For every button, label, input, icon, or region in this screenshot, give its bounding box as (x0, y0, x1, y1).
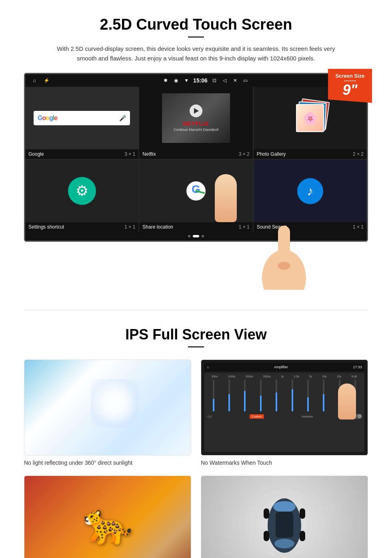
sunlight-rays (91, 379, 139, 427)
app-grid: Google 🎤 Google 3 × 1 (25, 87, 367, 232)
photos-app-name: Photo Gallery (257, 151, 286, 157)
bluetooth-icon: ✱ (162, 77, 169, 84)
netflix-logo: NETFLIX (183, 120, 209, 127)
google-label-bar: Google 3 × 1 (25, 149, 138, 159)
home-icon[interactable]: ⌂ (31, 77, 38, 84)
svg-rect-14 (264, 531, 269, 541)
svg-rect-15 (300, 531, 305, 541)
settings-gear-icon: ⚙ (68, 177, 96, 205)
amplifier-label: No Watermarks When Touch (201, 460, 368, 466)
netflix-cell-inner: NETFLIX Continue Marvel's Daredevil (139, 87, 252, 149)
cheetah-image: 🐆 (24, 476, 191, 558)
svg-rect-6 (268, 278, 300, 290)
svg-point-9 (273, 501, 296, 512)
google-bg: Google 🎤 (25, 87, 138, 149)
status-center: ✱ ◉ ▼ 15:06 ⊡ ◁ ✕ ▭ (162, 77, 249, 84)
section-ips: IPS Full Screen View No light reflecting… (0, 322, 392, 558)
netflix-app-name: Netflix (142, 151, 156, 157)
slider-7[interactable] (307, 379, 309, 411)
feature-car: Large Viewing Angle (201, 476, 368, 558)
volume-icon: ◁ (221, 77, 228, 84)
sound-search-icon: ♪ (297, 178, 323, 204)
google-search-bar[interactable]: Google 🎤 (34, 111, 130, 125)
google-cell-inner: Google 🎤 (25, 87, 138, 149)
photos-label-bar: Photo Gallery 2 × 2 (254, 149, 367, 159)
amp-time: 17:33 (353, 365, 362, 369)
toggle-knob (358, 414, 362, 418)
netflix-play-button[interactable] (190, 104, 202, 117)
settings-cell-inner: ⚙ (25, 160, 138, 222)
slider-3[interactable] (244, 379, 246, 411)
photo-stack: 🌸 (292, 100, 328, 136)
amp-freq-labels: 60hz 100hz 200hz 500hz 1k 2.5k 5k 10k 15… (207, 375, 362, 378)
slider-8[interactable] (323, 379, 324, 411)
app-cell-netflix[interactable]: NETFLIX Continue Marvel's Daredevil Netf… (139, 87, 252, 159)
screen-size-badge: Screen Size 9" (328, 69, 372, 103)
location-icon: ◉ (172, 77, 180, 84)
svg-rect-11 (276, 512, 293, 538)
svg-rect-12 (264, 508, 269, 519)
usb-icon: ⚡ (43, 77, 50, 84)
netflix-app-size: 3 × 2 (239, 151, 250, 157)
google-logo: Google (38, 114, 57, 122)
wifi-icon: ▼ (183, 77, 190, 84)
camera-icon: ⊡ (211, 77, 218, 84)
android-screen: ⌂ ⚡ ✱ ◉ ▼ 15:06 ⊡ ◁ ✕ ▭ (24, 73, 368, 242)
section1-title: 2.5D Curved Touch Screen (24, 16, 368, 33)
feature-sunlight: No light reflecting under 360° direct su… (24, 359, 191, 466)
netflix-label-bar: Netflix 3 × 2 (139, 149, 252, 159)
amp-title: Amplifier (274, 365, 288, 369)
feature-grid: No light reflecting under 360° direct su… (24, 359, 368, 558)
slider-4[interactable] (260, 379, 262, 411)
svg-rect-13 (300, 508, 305, 519)
flower-emoji: 🌸 (303, 111, 318, 125)
sound-bg: ♪ (254, 160, 367, 222)
netflix-figure: NETFLIX Continue Marvel's Daredevil (162, 93, 230, 143)
badge-size: 9" (332, 83, 368, 97)
netflix-subtitle: Continue Marvel's Daredevil (174, 128, 218, 132)
feature-amplifier: ⌂ Amplifier 17:33 60hz 100hz 200hz 500hz… (201, 359, 368, 466)
svg-rect-4 (278, 226, 290, 266)
cheetah-emoji: 🐆 (83, 500, 133, 547)
section-curved: 2.5D Curved Touch Screen With 2.5D curve… (0, 0, 392, 298)
status-time: 15:06 (193, 77, 208, 84)
slider-6[interactable] (292, 379, 293, 411)
amp-custom-btn[interactable]: Custom (250, 414, 264, 419)
window-icon: ▭ (242, 77, 249, 84)
feature-cheetah: 🐆 Super Fast Response (24, 476, 191, 558)
section-divider (24, 310, 368, 310)
close-icon: ✕ (232, 77, 239, 84)
hand-pointing (215, 174, 237, 222)
slider-2[interactable] (228, 379, 230, 411)
slider-5[interactable] (276, 379, 277, 411)
amp-sliders (207, 379, 362, 411)
big-hand-container (24, 218, 368, 290)
sunlight-image (24, 359, 191, 456)
google-mic-icon[interactable]: 🎤 (119, 115, 126, 121)
amp-home-icon: ⌂ (207, 365, 209, 369)
svg-text:G: G (192, 183, 200, 195)
app-cell-google[interactable]: Google 🎤 Google 3 × 1 (25, 87, 138, 159)
amp-hand-overlay (338, 383, 356, 420)
share-bg: G (139, 160, 252, 222)
photo-card-3: 🌸 (296, 104, 324, 132)
svg-point-10 (274, 539, 294, 548)
status-bar: ⌂ ⚡ ✱ ◉ ▼ 15:06 ⊡ ◁ ✕ ▭ (25, 74, 367, 87)
amp-status-bar: ⌂ Amplifier 17:33 (204, 363, 364, 371)
amp-loudness-label: loudness (302, 415, 313, 418)
status-left: ⌂ ⚡ (31, 77, 50, 84)
amp-body: 60hz 100hz 200hz 500hz 1k 2.5k 5k 10k 15… (204, 373, 364, 452)
screen-and-hand-container: Screen Size 9" ⌂ ⚡ ✱ ◉ ▼ 15:06 (24, 73, 368, 290)
maps-icon: G (185, 180, 207, 202)
google-app-name: Google (28, 151, 44, 157)
google-app-size: 3 × 1 (124, 151, 135, 157)
share-cell-inner: G (139, 160, 252, 222)
badge-label: Screen Size (332, 73, 368, 79)
sound-cell-inner: ♪ (254, 160, 367, 222)
section1-description: With 2.5D curved-display screen, this de… (56, 44, 336, 63)
netflix-bg: NETFLIX Continue Marvel's Daredevil (139, 87, 252, 149)
car-svg (252, 480, 316, 558)
slider-1[interactable] (213, 379, 214, 411)
sunlight-label: No light reflecting under 360° direct su… (24, 460, 191, 466)
title-divider (188, 36, 204, 38)
